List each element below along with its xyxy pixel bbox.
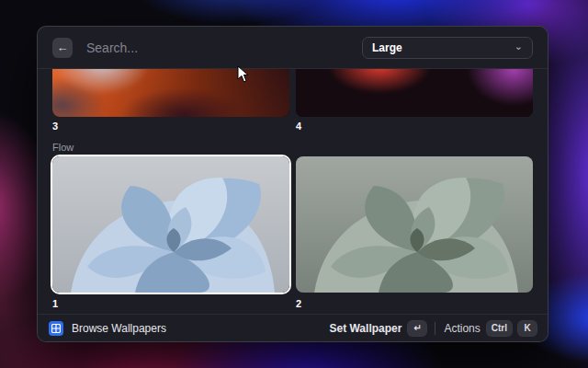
wallpaper-art-4 bbox=[296, 69, 533, 117]
wallpaper-art-flow-green bbox=[296, 156, 533, 293]
back-arrow-icon: ← bbox=[57, 40, 69, 54]
section-title-flow: Flow bbox=[52, 142, 533, 154]
tile-label-4: 4 bbox=[296, 121, 533, 132]
tile-label-1: 1 bbox=[52, 298, 289, 310]
wallpaper-gallery: 3 4 Flow bbox=[38, 69, 548, 310]
previous-row-labels: 3 4 bbox=[52, 121, 533, 132]
tile-label-2: 2 bbox=[296, 298, 533, 310]
tile-label-3: 3 bbox=[52, 121, 289, 132]
back-button[interactable]: ← bbox=[52, 38, 73, 58]
size-dropdown[interactable]: Large ⌄ bbox=[362, 37, 533, 59]
wallpaper-tile-3[interactable] bbox=[52, 69, 289, 117]
flow-row-labels: 1 2 bbox=[52, 298, 533, 310]
footer-separator bbox=[435, 322, 435, 335]
enter-key-badge: ↵ bbox=[408, 321, 426, 336]
desktop-wallpaper: ← Large ⌄ 3 4 Flow bbox=[0, 0, 588, 368]
wallpaper-tile-4[interactable] bbox=[296, 69, 533, 117]
wallpaper-art-3 bbox=[52, 69, 289, 117]
wallpaper-tile-1[interactable] bbox=[52, 156, 289, 293]
chevron-down-icon: ⌄ bbox=[514, 41, 523, 52]
size-dropdown-value: Large bbox=[372, 41, 402, 54]
ctrl-key-badge: Ctrl bbox=[487, 321, 512, 336]
wallpaper-browser-window: ← Large ⌄ 3 4 Flow bbox=[37, 26, 548, 342]
search-input[interactable] bbox=[85, 40, 362, 56]
footer-bar: Browse Wallpapers Set Wallpaper ↵ Action… bbox=[38, 314, 548, 341]
flow-thumbnail-row bbox=[52, 156, 533, 293]
wallpaper-tile-2[interactable] bbox=[296, 156, 533, 293]
footer-actions: Set Wallpaper ↵ Actions Ctrl K bbox=[329, 321, 537, 336]
previous-thumbnail-row bbox=[52, 69, 533, 117]
set-wallpaper-button[interactable]: Set Wallpaper bbox=[329, 322, 401, 335]
wallpaper-art-flow-blue bbox=[52, 156, 289, 293]
wallpaper-grid-icon bbox=[49, 321, 63, 336]
actions-button[interactable]: Actions bbox=[444, 322, 480, 335]
k-key-badge: K bbox=[518, 321, 537, 336]
topbar: ← Large ⌄ bbox=[38, 27, 548, 68]
browse-wallpapers-label: Browse Wallpapers bbox=[72, 322, 166, 335]
